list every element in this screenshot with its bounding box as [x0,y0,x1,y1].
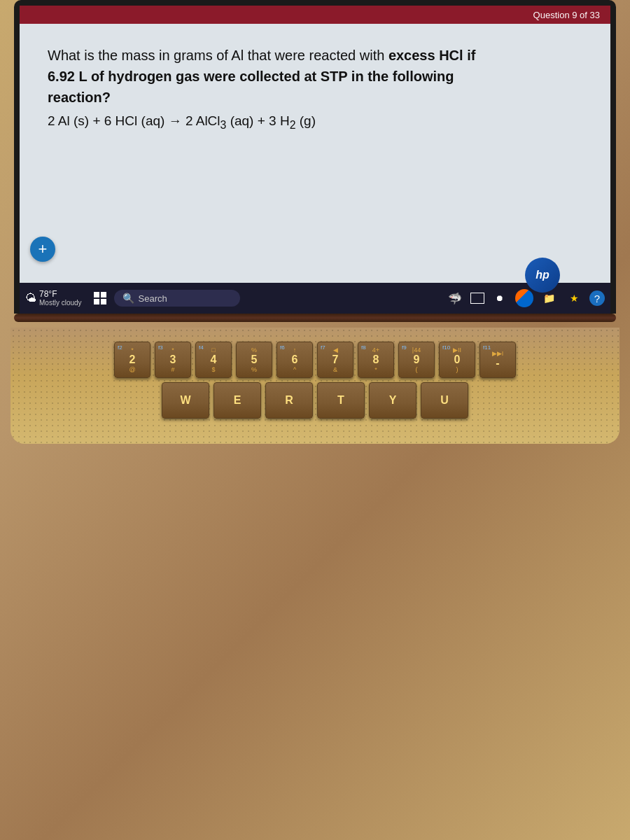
key-minus[interactable]: f11 ▶▶I - [479,342,516,378]
taskbar-icons: 🦈 ⏺ 📁 ★ ? [445,288,605,308]
start-button[interactable] [89,287,111,309]
quiz-top-bar: Question 9 of 33 [20,6,610,24]
weather-text: 78°F Mostly cloudy [39,289,82,307]
keyboard-area: f2 * 2 @ f3 * 3 # f4 □ 4 $ % 5 % [10,328,620,444]
key-0[interactable]: f10 ▶II 0 ) [439,342,475,378]
quiz-content: What is the mass in grams of Al that wer… [20,24,610,283]
key-8[interactable]: f8 4+ 8 * [358,342,394,378]
hinge-bar [14,314,616,322]
add-button[interactable]: + [30,237,55,262]
key-r[interactable]: R [265,382,313,419]
taskbar: 🌤 78°F Mostly cloudy 🔍 Search [20,283,610,314]
weather-condition: Mostly cloudy [39,299,82,307]
shark-icon[interactable]: 🦈 [445,288,465,308]
key-9[interactable]: f9 |44 9 ( [398,342,435,378]
keyboard-letter-row: W E R T Y U [31,382,598,419]
hp-logo: hp [525,258,560,293]
taskbar-weather: 🌤 78°F Mostly cloudy [25,289,82,307]
bold-text: excess HCl if 6.92 L of hydrogen gas wer… [48,48,475,105]
key-5[interactable]: % 5 % [236,342,272,378]
browser-icon[interactable] [515,289,533,307]
key-7[interactable]: f7 ◀ 7 & [317,342,354,378]
screen-wrapper: Question 9 of 33 What is the mass in gra… [14,0,616,314]
key-6[interactable]: f6 ↑ 6 ^ [276,342,313,378]
reaction-equation: 2 Al (s) + 6 HCl (aq) → 2 AlCl3 (aq) + 3… [48,113,582,132]
key-e[interactable]: E [214,382,261,419]
screen: Question 9 of 33 What is the mass in gra… [20,6,610,314]
window-icon[interactable] [470,293,484,304]
key-3[interactable]: f3 * 3 # [155,342,191,378]
windows-logo-icon [94,292,106,304]
key-4[interactable]: f4 □ 4 $ [195,342,232,378]
laptop-outer: Question 9 of 33 What is the mass in gra… [0,0,630,840]
question-text: What is the mass in grams of Al that wer… [48,45,582,108]
key-u[interactable]: U [421,382,468,419]
key-t[interactable]: T [317,382,365,419]
star-icon[interactable]: ★ [564,288,584,308]
help-icon[interactable]: ? [589,290,605,306]
key-2[interactable]: f2 * 2 @ [114,342,150,378]
key-w[interactable]: W [162,382,209,419]
weather-temp: 78°F [39,289,82,299]
taskbar-search[interactable]: 🔍 Search [114,290,240,307]
keyboard-number-row: f2 * 2 @ f3 * 3 # f4 □ 4 $ % 5 % [31,342,598,378]
search-label: Search [139,293,167,304]
weather-icon: 🌤 [25,292,36,304]
record-icon[interactable]: ⏺ [490,288,510,308]
key-y[interactable]: Y [369,382,416,419]
question-counter: Question 9 of 33 [533,10,600,20]
search-icon: 🔍 [122,293,134,304]
